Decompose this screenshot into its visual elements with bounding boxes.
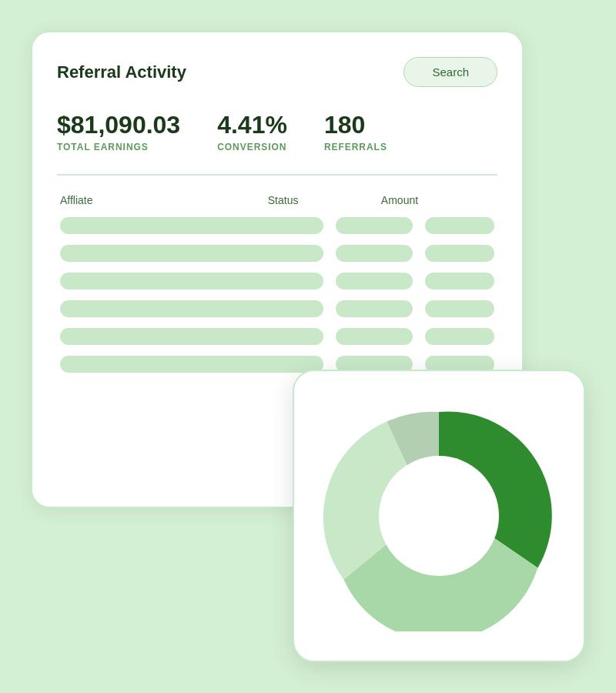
- skeleton-amount: [425, 300, 494, 317]
- skeleton-affiliate: [60, 245, 323, 262]
- skeleton-status: [336, 245, 413, 262]
- donut-chart: [323, 400, 554, 631]
- table-row: [57, 300, 497, 317]
- skeleton-status: [336, 273, 413, 290]
- earnings-value: $81,090.03: [57, 112, 180, 139]
- stat-earnings: $81,090.03 TOTAL EARNINGS: [57, 112, 180, 152]
- table-row: [57, 328, 497, 345]
- stat-referrals: 180 REFERRALS: [324, 112, 387, 152]
- chart-card: [293, 370, 585, 662]
- skeleton-amount: [425, 217, 494, 234]
- table-row: [57, 217, 497, 234]
- col-status-header: Status: [268, 194, 381, 206]
- skeleton-amount: [425, 328, 494, 345]
- referrals-value: 180: [324, 112, 387, 139]
- col-amount-header: Amount: [381, 194, 494, 206]
- skeleton-affiliate: [60, 356, 323, 373]
- table-row: [57, 245, 497, 262]
- skeleton-amount: [425, 245, 494, 262]
- card-title: Referral Activity: [57, 62, 186, 82]
- skeleton-affiliate: [60, 273, 323, 290]
- skeleton-status: [336, 300, 413, 317]
- skeleton-affiliate: [60, 300, 323, 317]
- referrals-label: REFERRALS: [324, 142, 387, 152]
- skeleton-affiliate: [60, 328, 323, 345]
- col-affiliate-header: Affliate: [60, 194, 268, 206]
- search-button[interactable]: Search: [403, 57, 497, 87]
- table-rows: [57, 217, 497, 373]
- skeleton-affiliate: [60, 217, 323, 234]
- stat-conversion: 4.41% CONVERSION: [217, 112, 287, 152]
- conversion-value: 4.41%: [217, 112, 287, 139]
- skeleton-status: [336, 217, 413, 234]
- stats-row: $81,090.03 TOTAL EARNINGS 4.41% CONVERSI…: [57, 112, 497, 152]
- page-container: Referral Activity Search $81,090.03 TOTA…: [31, 31, 585, 662]
- card-header: Referral Activity Search: [57, 57, 497, 87]
- skeleton-status: [336, 328, 413, 345]
- earnings-label: TOTAL EARNINGS: [57, 142, 180, 152]
- conversion-label: CONVERSION: [217, 142, 287, 152]
- divider: [57, 174, 497, 176]
- skeleton-amount: [425, 273, 494, 290]
- table-header: Affliate Status Amount: [57, 194, 497, 206]
- table-row: [57, 273, 497, 290]
- donut-center: [379, 456, 499, 576]
